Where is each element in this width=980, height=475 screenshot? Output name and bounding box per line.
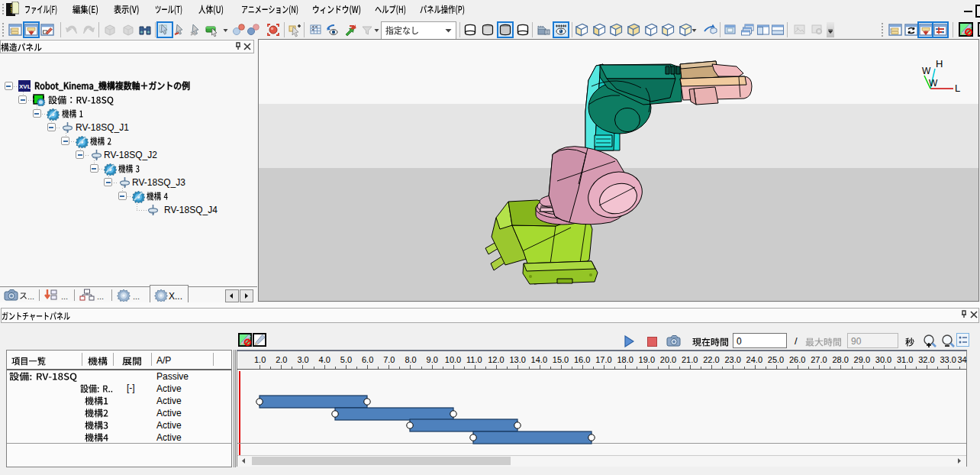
svg-text:XVL: XVL: [19, 83, 31, 90]
